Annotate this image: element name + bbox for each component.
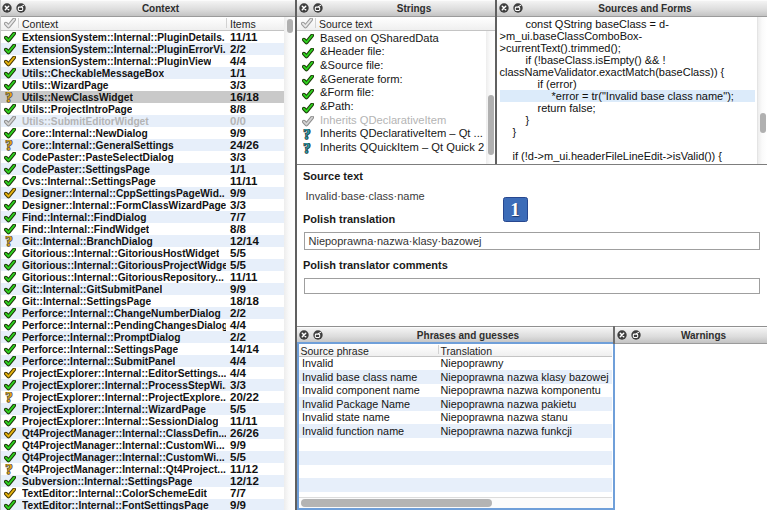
- svg-text:?: ?: [6, 464, 13, 475]
- svg-text:?: ?: [6, 92, 13, 103]
- svg-text:?: ?: [304, 143, 311, 155]
- svg-text:?: ?: [6, 140, 13, 151]
- svg-text:?: ?: [304, 129, 311, 141]
- svg-text:?: ?: [6, 392, 13, 403]
- svg-text:?: ?: [6, 236, 13, 247]
